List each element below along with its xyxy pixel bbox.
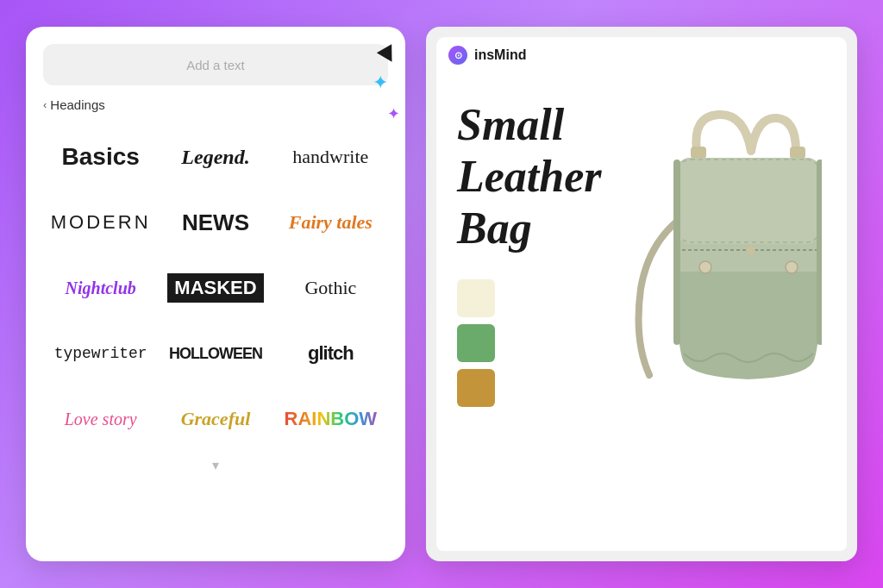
- font-option-news[interactable]: NEWS: [158, 191, 272, 253]
- font-basics-label: Basics: [62, 143, 140, 171]
- svg-point-6: [786, 261, 798, 273]
- svg-rect-9: [673, 160, 680, 345]
- product-title: SmallLeatherBag: [457, 99, 602, 253]
- svg-point-5: [699, 261, 711, 273]
- swatch-cream[interactable]: [457, 279, 495, 317]
- font-modern-label: MODERN: [51, 211, 151, 234]
- app-header: ⊙ insMind: [436, 37, 847, 73]
- svg-rect-10: [817, 160, 822, 345]
- font-option-masked[interactable]: Masked: [158, 257, 272, 319]
- font-option-gothic[interactable]: Gothic: [273, 257, 388, 319]
- font-masked-label: Masked: [167, 273, 263, 303]
- font-option-glitch[interactable]: glitch: [273, 322, 388, 385]
- font-grid: Basics Legend. handwrite MODERN NEWS Fai…: [43, 126, 388, 450]
- font-option-handwrite[interactable]: handwrite: [273, 126, 388, 188]
- swatch-tan[interactable]: [457, 369, 495, 407]
- font-option-rainbow[interactable]: RAINBOW: [273, 388, 388, 450]
- svg-rect-7: [675, 158, 822, 244]
- font-picker-panel: Add a text ✦ ✦ ‹ Headings Basics Legend.…: [26, 27, 405, 561]
- font-option-typewriter[interactable]: typewriter: [43, 322, 158, 385]
- font-option-legend[interactable]: Legend.: [158, 126, 272, 188]
- font-legend-label: Legend.: [181, 146, 249, 169]
- brand-name: insMind: [474, 47, 526, 63]
- chevron-left-icon: ‹: [43, 98, 47, 111]
- product-image-area: [619, 99, 826, 392]
- svg-rect-0: [691, 147, 706, 159]
- color-swatches: [457, 279, 602, 407]
- add-text-label: Add a text: [186, 58, 245, 72]
- font-option-lovestory[interactable]: Love story: [43, 388, 158, 450]
- font-handwrite-label: handwrite: [292, 146, 368, 168]
- font-option-holloween[interactable]: HOLLOWEEN: [158, 322, 272, 385]
- bag-image: [623, 99, 822, 392]
- add-text-bar[interactable]: Add a text: [43, 44, 388, 85]
- svg-rect-1: [790, 147, 805, 159]
- cursor-icon: [377, 44, 399, 66]
- font-glitch-label: glitch: [308, 342, 354, 365]
- font-news-label: NEWS: [182, 210, 249, 236]
- font-option-modern[interactable]: MODERN: [43, 191, 158, 253]
- scroll-down-indicator: ▾: [43, 457, 388, 473]
- insmind-logo-icon: ⊙: [448, 46, 467, 65]
- preview-panel: ⊙ insMind SmallLeatherBag: [426, 27, 857, 561]
- font-graceful-label: Graceful: [181, 408, 251, 430]
- svg-point-4: [747, 246, 755, 254]
- sparkle-purple-icon: ✦: [387, 104, 400, 123]
- headings-label: Headings: [50, 97, 104, 112]
- font-holloween-label: HOLLOWEEN: [169, 345, 262, 363]
- font-option-fairytales[interactable]: Fairy tales: [273, 191, 388, 253]
- font-rainbow-label: RAINBOW: [285, 408, 378, 430]
- font-gothic-label: Gothic: [304, 277, 356, 299]
- font-option-nightclub[interactable]: Nightclub: [43, 257, 158, 319]
- font-typewriter-label: typewriter: [54, 345, 147, 362]
- font-option-basics[interactable]: Basics: [43, 126, 158, 188]
- font-option-graceful[interactable]: Graceful: [158, 388, 272, 450]
- font-nightclub-label: Nightclub: [66, 278, 136, 298]
- product-text-area: SmallLeatherBag: [457, 99, 602, 407]
- headings-nav[interactable]: ‹ Headings: [43, 97, 388, 112]
- canvas-area: SmallLeatherBag: [436, 73, 847, 551]
- font-fairytales-label: Fairy tales: [289, 211, 373, 234]
- swatch-green[interactable]: [457, 324, 495, 362]
- sparkle-blue-icon: ✦: [373, 72, 388, 94]
- font-lovestory-label: Love story: [65, 410, 137, 429]
